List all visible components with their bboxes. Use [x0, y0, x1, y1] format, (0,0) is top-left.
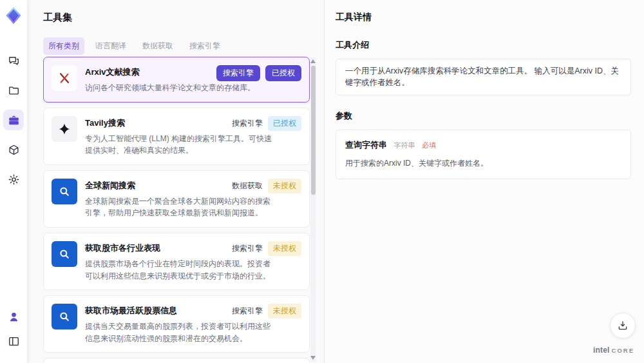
tool-category-tag: 搜索引擎	[232, 243, 263, 254]
tool-description: 全球新闻搜索是一个聚合全球各大新闻网站内容的搜索引擎，帮助用户快速获取全球最新资…	[85, 195, 276, 219]
tool-tags: 搜索引擎 已授权	[232, 116, 301, 131]
app-logo-icon[interactable]	[3, 5, 24, 26]
tab-all-categories[interactable]: 所有类别	[43, 37, 84, 55]
category-tabs: 所有类别 语言翻译 数据获取 搜索引擎	[43, 37, 324, 55]
tool-category-tag: 搜索引擎	[232, 306, 263, 317]
arxiv-icon	[52, 65, 77, 91]
brand-intel: intel	[593, 346, 610, 355]
scroll-up-arrow-icon[interactable]	[310, 59, 316, 63]
tavily-icon	[52, 116, 77, 142]
tool-auth-badge: 已授权	[268, 116, 301, 131]
news-search-icon	[52, 179, 77, 204]
param-header-row: 查询字符串 字符串 必填	[345, 139, 621, 151]
tool-detail-panel: 工具详情 工具介绍 一个用于从Arxiv存储库搜索科学论文和文章的工具。 输入可…	[325, 0, 644, 363]
tool-auth-badge: 未授权	[268, 241, 301, 256]
layout-panels-icon[interactable]	[3, 331, 24, 351]
tool-category-tag: 搜索引擎	[232, 118, 263, 129]
tool-tags: 搜索引擎 未授权	[232, 241, 301, 256]
tool-auth-badge: 未授权	[268, 304, 301, 319]
tool-card[interactable]: 万维地区新闻查询 查询具体行政区划内的新闻，快速了解各地新闻动 搜索引擎 未授权	[43, 358, 310, 363]
folder-icon[interactable]	[3, 80, 24, 101]
param-name: 查询字符串	[345, 140, 387, 150]
briefcase-icon[interactable]	[3, 110, 24, 130]
tool-tags: 搜索引擎 已授权	[216, 65, 301, 81]
scroll-down-arrow-icon[interactable]	[310, 356, 316, 360]
brand-core: CORE	[612, 347, 634, 354]
tool-description: 专为人工智能代理 (LLM) 构建的搜索引擎工具。可快速提供实时、准确和真实的结…	[85, 133, 276, 157]
tool-tags: 搜索引擎 未授权	[232, 304, 301, 319]
detail-title: 工具详情	[336, 12, 631, 23]
left-icon-rail	[0, 0, 28, 363]
tool-description: 提供当天交易量最高的股票列表，投资者可以利用这些信息来识别流动性强的股票和潜在的…	[85, 320, 276, 344]
gear-icon[interactable]	[3, 169, 24, 190]
tool-tags: 数据获取 未授权	[232, 179, 301, 193]
app-window: 工具集 所有类别 语言翻译 数据获取 搜索引擎 Arxiv文献搜索 访问各个研究…	[0, 0, 644, 363]
tab-search-engine[interactable]: 搜索引擎	[184, 37, 225, 55]
tool-auth-badge: 已授权	[265, 65, 301, 81]
tab-data-fetching[interactable]: 数据获取	[137, 37, 178, 55]
stock-search-icon	[52, 241, 77, 267]
param-description: 用于搜索的Arxiv ID、关键字或作者姓名。	[345, 158, 621, 169]
cube-icon[interactable]	[3, 139, 24, 160]
tool-list: Arxiv文献搜索 访问各个研究领域大量科学论文和文章的存储库。 搜索引擎 已授…	[43, 57, 310, 363]
intel-core-logo: intel CORE	[593, 346, 634, 355]
tool-auth-badge: 未授权	[268, 179, 301, 193]
tool-card[interactable]: 获取市场最活跃股票信息 提供当天交易量最高的股票列表，投资者可以利用这些信息来识…	[43, 295, 310, 353]
tool-card[interactable]: 全球新闻搜索 全球新闻搜索是一个聚合全球各大新闻网站内容的搜索引擎，帮助用户快速…	[43, 170, 310, 228]
param-type: 字符串	[393, 141, 415, 149]
list-scrollbar[interactable]	[310, 57, 316, 362]
scrollbar-thumb[interactable]	[311, 66, 316, 195]
tab-language-translation[interactable]: 语言翻译	[90, 37, 131, 55]
tool-card[interactable]: Arxiv文献搜索 访问各个研究领域大量科学论文和文章的存储库。 搜索引擎 已授…	[43, 57, 310, 103]
param-card: 查询字符串 字符串 必填 用于搜索的Arxiv ID、关键字或作者姓名。	[336, 130, 631, 179]
stock-search-icon	[52, 304, 77, 329]
param-required-badge: 必填	[422, 141, 436, 149]
tool-description: 访问各个研究领域大量科学论文和文章的存储库。	[85, 82, 255, 94]
intro-card: 一个用于从Arxiv存储库搜索科学论文和文章的工具。 输入可以是Arxiv ID…	[336, 59, 631, 95]
download-icon	[617, 320, 629, 331]
tool-category-tag: 搜索引擎	[216, 65, 260, 81]
tool-category-tag: 数据获取	[232, 181, 263, 191]
params-heading: 参数	[336, 110, 631, 122]
tool-card[interactable]: 获取股市各行业表现 提供股票市场各个行业在特定时间段内的表现。投资者可以利用这些…	[43, 233, 310, 290]
download-button[interactable]	[610, 313, 636, 338]
tool-description: 提供股票市场各个行业在特定时间段内的表现。投资者可以利用这些信息来识别表现优于或…	[85, 258, 276, 282]
chat-icon[interactable]	[3, 50, 24, 71]
intro-heading: 工具介绍	[336, 39, 631, 51]
page-title: 工具集	[43, 12, 324, 24]
user-icon[interactable]	[3, 306, 24, 327]
tool-card[interactable]: Tavily搜索 专为人工智能代理 (LLM) 构建的搜索引擎工具。可快速提供实…	[43, 108, 310, 165]
tool-list-panel: 工具集 所有类别 语言翻译 数据获取 搜索引擎 Arxiv文献搜索 访问各个研究…	[28, 0, 324, 363]
